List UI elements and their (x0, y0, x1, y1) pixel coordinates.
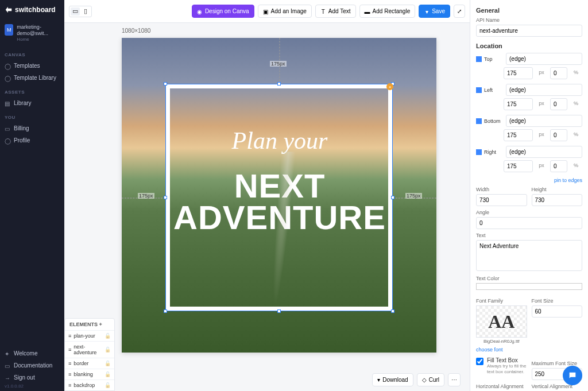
lock-icon[interactable]: 🔓 (105, 333, 111, 339)
element-row-next-adventure[interactable]: ≡ next-adventure🔓 (65, 341, 114, 358)
account-sub: Home (17, 37, 60, 42)
pct: % (570, 67, 582, 79)
sidebar-item-welcome[interactable]: ✦Welcome (0, 347, 64, 359)
api-name-input[interactable] (476, 25, 582, 37)
top-edge-input[interactable] (506, 53, 582, 65)
left-value-input[interactable] (504, 98, 533, 110)
section-canvas: CANVAS (0, 47, 64, 60)
sidebar-item-library[interactable]: ▤Library (0, 97, 64, 109)
lock-icon[interactable]: 🔓 (105, 361, 111, 366)
element-row-backdrop[interactable]: ≡ backdrop🔓 (65, 380, 114, 390)
choose-font-link[interactable]: choose font (476, 347, 503, 353)
top-checkbox[interactable] (476, 56, 482, 62)
lock-icon[interactable]: 🔓 (105, 347, 111, 353)
unit: px (535, 129, 548, 141)
canvas[interactable]: 175px 175px 175px Plan your NEXT ADVENTU… (122, 38, 436, 353)
add-rectangle-button[interactable]: ▬Add Rectangle (359, 5, 416, 18)
element-row-plan-your[interactable]: ≡ plan-your🔓 (65, 330, 114, 341)
guide-label-right: 175px (405, 193, 422, 199)
desktop-icon[interactable]: ▭ (71, 7, 80, 16)
more-button[interactable]: ⋯ (448, 373, 461, 386)
angle-input[interactable] (476, 217, 582, 229)
lock-icon[interactable]: 🔓 (105, 382, 111, 388)
close-icon[interactable]: × (386, 83, 393, 90)
bottom-edge-input[interactable] (506, 115, 582, 127)
handle-bl[interactable] (164, 309, 167, 313)
loc-bottom-label: Bottom (484, 118, 504, 124)
handle-mr[interactable] (391, 196, 394, 199)
section-general: General (476, 7, 582, 14)
bottom-pct-input[interactable] (550, 129, 567, 141)
pin-to-edges-link[interactable]: pin to edges (554, 177, 582, 183)
font-preview[interactable]: AA (476, 305, 527, 338)
add-text-button[interactable]: TAdd Text (315, 5, 356, 18)
handle-tl[interactable] (164, 82, 167, 86)
element-row-border[interactable]: ≡ border🔓 (65, 358, 114, 369)
elements-panel: ELEMENTS + ≡ plan-your🔓 ≡ next-adventure… (64, 318, 115, 391)
top-value-input[interactable] (504, 67, 533, 79)
center: ▭ ▯ ◉Design on Canva ▣Add an Image TAdd … (64, 0, 470, 391)
save-button[interactable]: ▾Save (419, 5, 450, 18)
sidebar-item-billing[interactable]: ▭Billing (0, 122, 64, 134)
width-input[interactable] (476, 194, 527, 206)
right-edge-input[interactable] (506, 146, 582, 158)
textcolor-label: Text Color (476, 276, 582, 281)
sidebar-item-label: Documentation (14, 362, 52, 369)
handle-bm[interactable] (277, 309, 281, 313)
left-pct-input[interactable] (550, 98, 567, 110)
download-button[interactable]: ▾ Download (372, 373, 413, 386)
height-input[interactable] (532, 194, 583, 206)
chat-bubble-icon[interactable] (563, 366, 582, 385)
mobile-icon[interactable]: ▯ (81, 7, 90, 16)
loc-left-label: Left (484, 87, 504, 93)
top-pct-input[interactable] (550, 67, 567, 79)
sidebar-item-templates[interactable]: ◯Templates (0, 60, 64, 72)
right-checkbox[interactable] (476, 149, 482, 155)
button-label: Curl (429, 377, 439, 383)
fontfamily-label: Font Family (476, 298, 527, 304)
text-input[interactable] (476, 240, 582, 271)
loc-top-label: Top (484, 56, 504, 62)
workspace[interactable]: 1080×1080 175px 175px 175px Plan your NE… (64, 23, 470, 391)
button-label: Save (432, 8, 445, 14)
sidebar-item-template-library[interactable]: ◯Template Library (0, 72, 64, 84)
design-on-canva-button[interactable]: ◉Design on Canva (192, 5, 254, 18)
guide-label-top: 175px (270, 61, 287, 67)
device-toggle[interactable]: ▭ ▯ (69, 6, 92, 17)
sidebar: switchboard M marketing-demo@swit... Hom… (0, 0, 64, 391)
brand-name: switchboard (15, 6, 56, 14)
curl-button[interactable]: ◇ Curl (417, 373, 444, 386)
elements-header[interactable]: ELEMENTS + (65, 319, 114, 330)
text-color-swatch[interactable] (476, 283, 582, 290)
bottom-value-input[interactable] (504, 129, 533, 141)
api-name-label: API Name (476, 17, 582, 23)
left-checkbox[interactable] (476, 87, 482, 93)
logo[interactable]: switchboard (0, 0, 64, 20)
sidebar-item-documentation[interactable]: ▭Documentation (0, 359, 64, 371)
add-image-button[interactable]: ▣Add an Image (258, 5, 312, 18)
sidebar-item-signout[interactable]: →Sign out (0, 371, 64, 384)
handle-tm[interactable] (277, 82, 281, 86)
element-row-blanking[interactable]: ≡ blanking🔓 (65, 369, 114, 380)
sidebar-item-label: Templates (14, 63, 40, 69)
selection-box[interactable]: × (165, 84, 393, 311)
pct: % (570, 160, 582, 172)
sidebar-item-profile[interactable]: ◯Profile (0, 134, 64, 146)
fill-textbox-checkbox[interactable] (476, 358, 483, 365)
element-label: border (74, 361, 88, 366)
lock-icon[interactable]: 🔓 (105, 371, 111, 377)
handle-ml[interactable] (164, 196, 167, 199)
handle-br[interactable] (391, 309, 394, 313)
sidebar-item-label: Billing (14, 125, 29, 131)
version: v1.0.0.82 (0, 384, 64, 391)
right-value-input[interactable] (504, 160, 533, 172)
right-pct-input[interactable] (550, 160, 567, 172)
sidebar-item-label: Welcome (14, 350, 38, 357)
element-label: plan-your (74, 333, 95, 339)
fontsize-input[interactable] (532, 305, 583, 318)
bottom-checkbox[interactable] (476, 118, 482, 124)
font-name: BigDeal-nR0Jg.ttf (476, 338, 527, 346)
expand-button[interactable]: ⤢ (454, 5, 465, 18)
left-edge-input[interactable] (506, 84, 582, 96)
account-switcher[interactable]: M marketing-demo@swit... Home (0, 20, 64, 47)
